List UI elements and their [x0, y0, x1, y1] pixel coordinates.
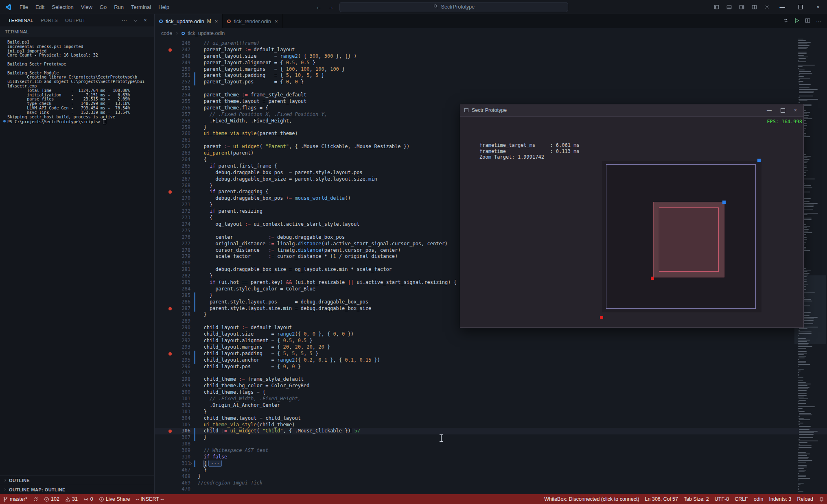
outline-map-section[interactable]: OUTLINE MAP: OUTLINE: [0, 485, 154, 494]
language-mode[interactable]: odin: [751, 494, 766, 504]
open-changes-icon[interactable]: [783, 18, 788, 24]
menu-terminal[interactable]: Terminal: [127, 0, 155, 14]
line-number[interactable]: 247: [155, 47, 190, 53]
line-number[interactable]: 249: [155, 60, 190, 66]
line-number[interactable]: 305: [155, 422, 190, 428]
code-line-296[interactable]: 296 child_layout.pos = { 0, 0 }: [155, 364, 827, 370]
close-tab-icon[interactable]: ×: [215, 18, 218, 24]
code-line-310[interactable]: 310 if false: [155, 454, 827, 460]
run-button[interactable]: [794, 18, 799, 24]
line-number[interactable]: 248: [155, 53, 190, 60]
layout-panel-icon[interactable]: [723, 4, 735, 10]
close-tab-icon[interactable]: ×: [275, 18, 278, 24]
errors-indicator[interactable]: 102: [41, 494, 62, 504]
code-line-308[interactable]: 308: [155, 441, 827, 447]
code-line-248[interactable]: 248 parent_layout.size = range2( { 300, …: [155, 53, 827, 60]
line-number[interactable]: 253: [155, 85, 190, 92]
window-minimize-button[interactable]: —: [773, 0, 791, 14]
warnings-indicator[interactable]: 31: [62, 494, 81, 504]
line-number[interactable]: 283: [155, 279, 190, 286]
line-number[interactable]: 251: [155, 72, 190, 79]
code-line-297[interactable]: 297: [155, 370, 827, 376]
line-number[interactable]: 291: [155, 331, 190, 338]
line-number[interactable]: 246: [155, 40, 190, 47]
menu-view[interactable]: View: [77, 0, 96, 14]
line-number[interactable]: 284: [155, 286, 190, 292]
line-number[interactable]: 270: [155, 195, 190, 202]
sectr-title-bar[interactable]: Sectr Prototype — ×: [460, 104, 803, 117]
line-number[interactable]: 309: [155, 447, 190, 454]
code-line-249[interactable]: 249 parent_layout.alignment = { 0.5, 0.5…: [155, 60, 827, 66]
line-number[interactable]: 467: [155, 467, 190, 473]
line-number[interactable]: 296: [155, 364, 190, 370]
code-line-305[interactable]: 305 ui_theme_via_style(child_theme): [155, 422, 827, 428]
line-number[interactable]: 288: [155, 312, 190, 318]
nav-back-icon[interactable]: ←: [315, 4, 322, 10]
code-line-304[interactable]: 304 child_theme.layout = child_layout: [155, 415, 827, 422]
line-number[interactable]: 274: [155, 221, 190, 228]
vim-mode-indicator[interactable]: -- INSERT --: [133, 494, 167, 504]
line-number[interactable]: 267: [155, 176, 190, 183]
line-number[interactable]: 261: [155, 137, 190, 144]
code-line-254[interactable]: 254 parent_theme := frame_style_default: [155, 92, 827, 98]
window-maximize-button[interactable]: [791, 0, 809, 14]
child-widget-box[interactable]: [653, 202, 724, 277]
code-line-300[interactable]: 300 child_theme.flags = {: [155, 389, 827, 396]
forwarded-ports-indicator[interactable]: 0: [81, 494, 96, 504]
line-number[interactable]: 279: [155, 253, 190, 260]
line-number[interactable]: 257: [155, 111, 190, 118]
line-number[interactable]: 275: [155, 228, 190, 234]
more-actions-icon[interactable]: ···: [119, 17, 130, 23]
code-line-302[interactable]: 302 .Origin_At_Anchor_Center: [155, 402, 827, 409]
code-line-303[interactable]: 303 }: [155, 409, 827, 415]
code-line-306[interactable]: 306 child := ui_widget( "Child", { .Mous…: [155, 428, 827, 434]
layout-customize-icon[interactable]: [748, 4, 761, 10]
notifications-bell[interactable]: [816, 494, 827, 504]
layout-sidebar-left-icon[interactable]: [710, 4, 723, 10]
line-number[interactable]: 293: [155, 344, 190, 351]
code-line-468[interactable]: 468}: [155, 473, 827, 480]
panel-tab-output[interactable]: OUTPUT: [62, 14, 89, 26]
line-number[interactable]: 256: [155, 105, 190, 111]
line-number[interactable]: 258: [155, 118, 190, 124]
breadcrumb-folder[interactable]: code: [161, 31, 172, 36]
line-number[interactable]: 311: [155, 460, 190, 467]
line-number[interactable]: 295: [155, 357, 190, 364]
command-center-search[interactable]: SectrPrototype: [339, 2, 568, 12]
line-number[interactable]: 469: [155, 480, 190, 487]
line-number[interactable]: 301: [155, 396, 190, 402]
debug-handle-red-dot[interactable]: [651, 277, 654, 280]
code-line-467[interactable]: 467 }: [155, 467, 827, 473]
code-line-307[interactable]: 307 }: [155, 434, 827, 441]
line-number[interactable]: 308: [155, 441, 190, 447]
line-number[interactable]: 287: [155, 305, 190, 312]
line-number[interactable]: 292: [155, 338, 190, 344]
editor-tab-tick_update.odin[interactable]: tick_update.odinM×: [155, 14, 223, 28]
line-number[interactable]: 269: [155, 189, 190, 195]
sectr-prototype-window[interactable]: Sectr Prototype — × FPS: 164.998 frameti…: [460, 104, 804, 328]
debug-handle-blue-dot[interactable]: [757, 159, 761, 162]
line-number[interactable]: 282: [155, 273, 190, 279]
line-number[interactable]: 266: [155, 170, 190, 176]
line-number[interactable]: 285: [155, 292, 190, 299]
code-line-246[interactable]: 246 // ui_parent(frame): [155, 40, 827, 47]
window-close-button[interactable]: ×: [809, 0, 827, 14]
line-number[interactable]: 286: [155, 299, 190, 305]
menu-run[interactable]: Run: [110, 0, 127, 14]
menu-go[interactable]: Go: [96, 0, 110, 14]
code-line-252[interactable]: 252 parent_layout.pos = { 0, 0 }: [155, 79, 827, 85]
layout-sidebar-right-icon[interactable]: [735, 4, 748, 10]
sectr-close-button[interactable]: ×: [794, 107, 797, 113]
line-number[interactable]: 310: [155, 454, 190, 460]
menu-edit[interactable]: Edit: [32, 0, 48, 14]
menu-file[interactable]: File: [16, 0, 32, 14]
menu-selection[interactable]: Selection: [48, 0, 77, 14]
line-number[interactable]: 289: [155, 318, 190, 325]
line-number[interactable]: 294: [155, 351, 190, 357]
line-number[interactable]: 263: [155, 150, 190, 157]
code-line-295[interactable]: 295 child_layout.anchor = range2({ 0.2, …: [155, 357, 827, 364]
line-number[interactable]: 277: [155, 241, 190, 247]
line-number[interactable]: 303: [155, 409, 190, 415]
terminal-section-header[interactable]: TERMINAL: [0, 26, 154, 37]
code-line-291[interactable]: 291 child_layout.size = range2({ 0, 0 },…: [155, 331, 827, 338]
